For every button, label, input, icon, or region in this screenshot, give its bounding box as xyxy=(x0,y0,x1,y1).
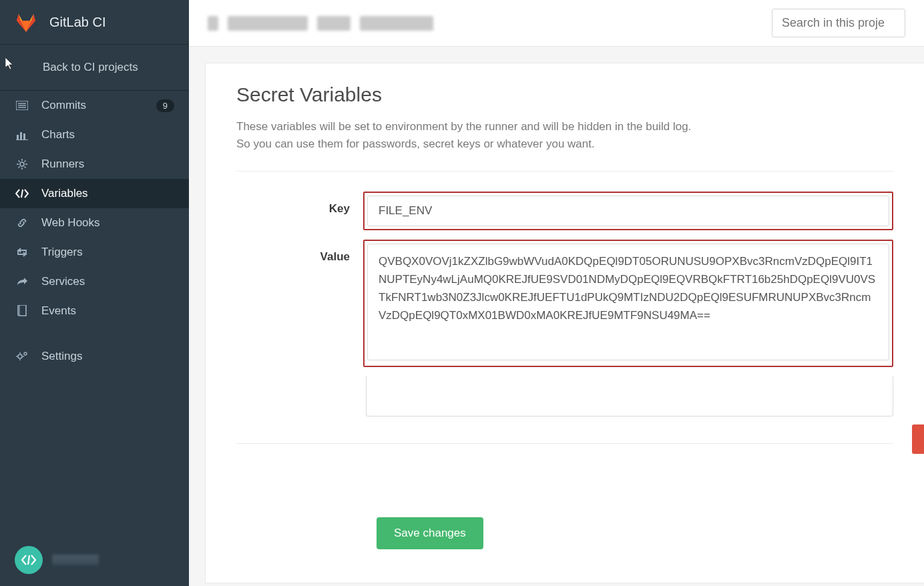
link-icon xyxy=(15,217,29,229)
back-link-label: Back to CI projects xyxy=(43,61,138,73)
value-textarea[interactable] xyxy=(367,244,889,360)
nav-label: Commits xyxy=(41,99,156,112)
nav-label: Settings xyxy=(41,350,174,363)
gitlab-logo-icon xyxy=(15,11,37,33)
user-avatar[interactable] xyxy=(15,546,43,574)
sidebar: GitLab CI Back to CI projects Commits 9 … xyxy=(0,0,189,586)
gears-icon xyxy=(15,350,29,362)
brand-header[interactable]: GitLab CI xyxy=(0,0,189,45)
key-input[interactable] xyxy=(367,196,889,226)
breadcrumb-redacted xyxy=(208,16,433,31)
code-icon xyxy=(15,189,29,198)
nav-item-runners[interactable]: Runners xyxy=(0,150,189,179)
nav-label: Web Hooks xyxy=(41,216,174,230)
desc-line2: So you can use them for passwords, secre… xyxy=(236,137,595,150)
search-input[interactable] xyxy=(772,9,905,37)
page-description: These variables will be set to environme… xyxy=(236,118,893,154)
main: Secret Variables These variables will be… xyxy=(189,0,924,586)
gear-icon xyxy=(15,158,29,170)
divider xyxy=(236,443,893,444)
page-title: Secret Variables xyxy=(236,83,893,106)
form-row-key: Key xyxy=(236,192,893,230)
svg-line-17 xyxy=(21,190,23,198)
nav-item-commits[interactable]: Commits 9 xyxy=(0,91,189,120)
commits-badge: 9 xyxy=(156,99,174,112)
nav-list: Commits 9 Charts Runners Variables Web xyxy=(0,91,189,371)
svg-point-8 xyxy=(20,162,24,166)
desc-line1: These variables will be set to environme… xyxy=(236,120,691,133)
nav-item-charts[interactable]: Charts xyxy=(0,120,189,150)
value-field-highlight xyxy=(363,240,893,367)
share-arrow-icon xyxy=(15,277,29,286)
svg-rect-4 xyxy=(17,135,19,139)
nav-label: Triggers xyxy=(41,246,174,259)
svg-point-20 xyxy=(24,352,27,355)
svg-rect-6 xyxy=(23,133,25,139)
key-label: Key xyxy=(236,192,363,216)
remove-button-partial[interactable] xyxy=(912,424,924,454)
username-redacted xyxy=(52,555,99,565)
sidebar-footer xyxy=(0,534,189,586)
svg-line-13 xyxy=(19,161,20,162)
list-icon xyxy=(15,101,29,110)
bar-chart-icon xyxy=(15,129,29,140)
retweet-icon xyxy=(15,248,29,257)
nav-label: Runners xyxy=(41,158,174,171)
nav-label: Variables xyxy=(41,187,174,200)
nav-item-triggers[interactable]: Triggers xyxy=(0,238,189,267)
nav-item-services[interactable]: Services xyxy=(0,267,189,296)
value-label: Value xyxy=(236,240,363,264)
svg-line-16 xyxy=(25,161,26,162)
key-field-highlight xyxy=(363,192,893,230)
nav-item-webhooks[interactable]: Web Hooks xyxy=(0,208,189,238)
svg-line-14 xyxy=(25,167,26,168)
nav-separator xyxy=(0,326,189,342)
brand-title: GitLab CI xyxy=(49,15,105,30)
svg-point-19 xyxy=(18,354,22,358)
back-link[interactable]: Back to CI projects xyxy=(0,45,189,91)
nav-item-settings[interactable]: Settings xyxy=(0,342,189,371)
form-row-value: Value xyxy=(236,240,893,367)
nav-item-variables[interactable]: Variables xyxy=(0,179,189,208)
svg-rect-5 xyxy=(20,132,22,139)
nav-label: Services xyxy=(41,275,174,288)
value-field-extension xyxy=(366,376,893,416)
book-icon xyxy=(15,305,29,317)
svg-line-25 xyxy=(28,555,29,565)
nav-item-events[interactable]: Events xyxy=(0,296,189,326)
nav-label: Events xyxy=(41,304,174,318)
content-card: Secret Variables These variables will be… xyxy=(205,63,924,583)
topbar xyxy=(189,0,924,47)
save-button[interactable]: Save changes xyxy=(377,517,483,549)
divider xyxy=(236,171,893,172)
nav-label: Charts xyxy=(41,128,174,141)
svg-line-15 xyxy=(19,167,20,168)
